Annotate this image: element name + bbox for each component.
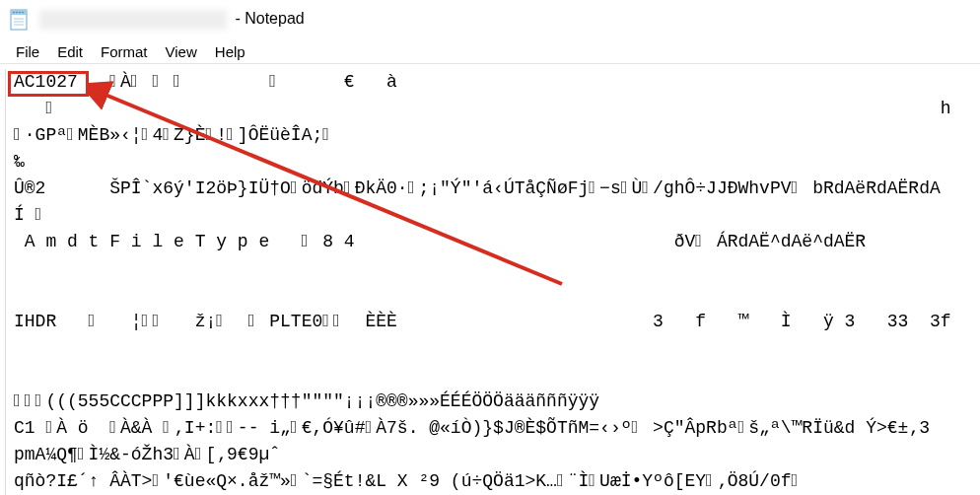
text-area[interactable]: AC1027 ￿À￿ ￿ ￿ ￿ € à ￿ h ￿·GPª￿MÈB»‹¦￿4￿… — [10, 67, 980, 495]
svg-point-5 — [22, 12, 24, 14]
notepad-icon — [8, 8, 32, 32]
titlebar[interactable]: - Notepad — [0, 0, 980, 39]
menu-help[interactable]: Help — [207, 41, 253, 62]
menubar: File Edit Format View Help — [0, 39, 980, 63]
window-title: - Notepad — [39, 10, 305, 30]
svg-point-4 — [19, 12, 21, 14]
menubar-divider — [0, 63, 980, 64]
menu-format[interactable]: Format — [93, 41, 156, 62]
filename-blurred — [39, 10, 227, 30]
notepad-window: - Notepad File Edit Format View Help AC1… — [0, 0, 980, 495]
svg-point-3 — [16, 12, 18, 14]
menu-view[interactable]: View — [158, 41, 205, 62]
menu-edit[interactable]: Edit — [49, 41, 91, 62]
menu-file[interactable]: File — [8, 41, 47, 62]
svg-point-2 — [13, 12, 15, 14]
text-left-border — [5, 69, 6, 495]
